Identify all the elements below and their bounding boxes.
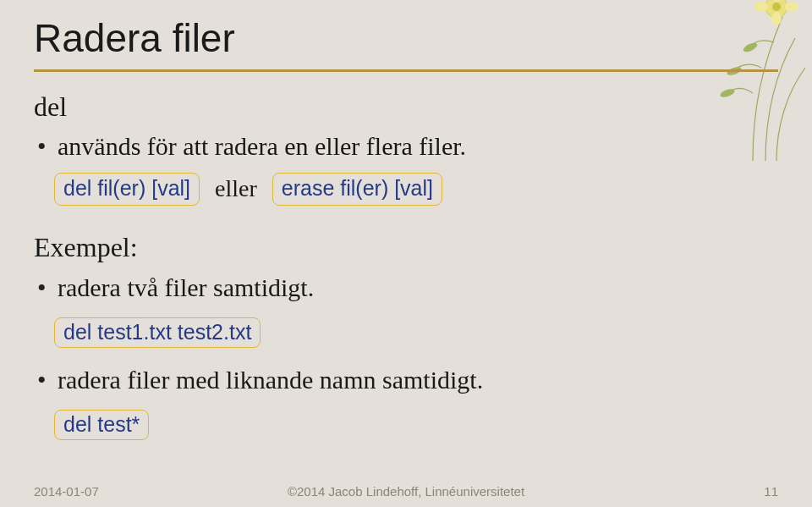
syntax-or: eller: [215, 172, 257, 207]
footer-copyright: ©2014 Jacob Lindehoff, Linnéuniversitete…: [34, 484, 778, 499]
bullet-description: används för att radera en eller flera fi…: [34, 128, 778, 165]
syntax-del: del fil(er) [val]: [54, 173, 200, 206]
slide: Radera filer del används för att radera …: [0, 0, 812, 507]
example-cmd-2: del test*: [54, 410, 149, 440]
slide-body: del används för att radera en eller fler…: [34, 87, 778, 442]
bullet-example-1: radera två filer samtidigt.: [34, 269, 778, 306]
bullet-example-2: radera filer med liknande namn samtidigt…: [34, 361, 778, 399]
slide-footer: 2014-01-07 ©2014 Jacob Lindehoff, Linnéu…: [34, 484, 778, 499]
example-cmd-1: del test1.txt test2.txt: [54, 317, 261, 348]
example-heading: Exempel:: [34, 228, 778, 267]
slide-title: Radera filer: [34, 15, 778, 61]
syntax-erase: erase fil(er) [val]: [272, 173, 442, 206]
title-underline: [34, 69, 778, 72]
syntax-row: del fil(er) [val] eller erase fil(er) [v…: [54, 172, 778, 207]
command-name: del: [34, 87, 778, 126]
